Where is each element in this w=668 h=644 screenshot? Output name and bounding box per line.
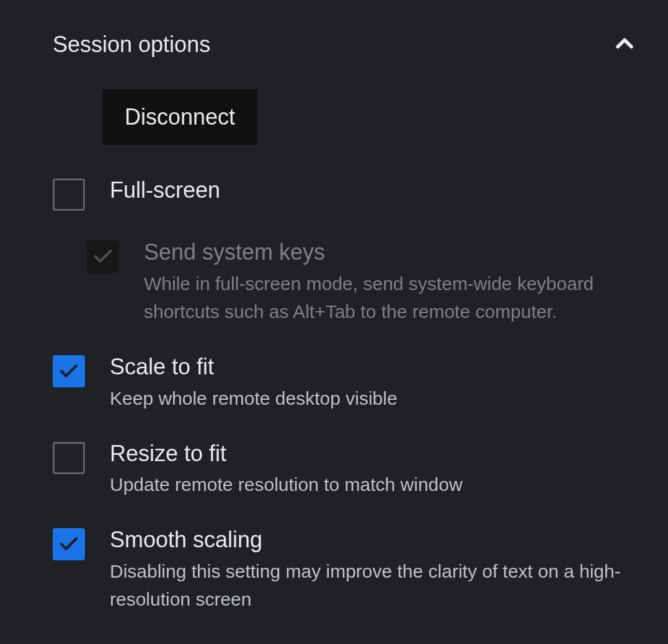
check-icon (58, 360, 80, 382)
send-system-keys-desc: While in full-screen mode, send system-w… (144, 270, 643, 325)
check-icon (92, 245, 114, 268)
resize-to-fit-content: Resize to fit Update remote resolution t… (110, 439, 643, 499)
scale-to-fit-title: Scale to fit (110, 353, 643, 382)
smooth-scaling-option: Smooth scaling Disabling this setting ma… (53, 526, 643, 613)
scale-to-fit-checkbox[interactable] (53, 355, 85, 387)
section-header: Session options (53, 25, 643, 64)
send-system-keys-content: Send system keys While in full-screen mo… (144, 238, 643, 325)
section-title: Session options (53, 32, 210, 58)
resize-to-fit-desc: Update remote resolution to match window (110, 470, 643, 498)
smooth-scaling-content: Smooth scaling Disabling this setting ma… (110, 526, 643, 613)
check-icon (58, 533, 80, 555)
fullscreen-checkbox[interactable] (53, 179, 85, 211)
smooth-scaling-checkbox[interactable] (53, 528, 85, 560)
smooth-scaling-title: Smooth scaling (110, 526, 643, 555)
resize-to-fit-title: Resize to fit (110, 439, 643, 469)
resize-to-fit-checkbox[interactable] (53, 442, 85, 474)
scale-to-fit-desc: Keep whole remote desktop visible (110, 384, 643, 412)
send-system-keys-option: Send system keys While in full-screen mo… (87, 238, 643, 325)
collapse-toggle[interactable] (606, 25, 643, 64)
resize-to-fit-option: Resize to fit Update remote resolution t… (53, 439, 643, 499)
scale-to-fit-option: Scale to fit Keep whole remote desktop v… (53, 353, 643, 412)
disconnect-button[interactable]: Disconnect (102, 89, 257, 145)
fullscreen-content: Full-screen (110, 176, 643, 205)
smooth-scaling-desc: Disabling this setting may improve the c… (110, 557, 643, 613)
scale-to-fit-content: Scale to fit Keep whole remote desktop v… (110, 353, 643, 412)
fullscreen-option: Full-screen (53, 176, 643, 211)
send-system-keys-checkbox (87, 240, 119, 273)
send-system-keys-title: Send system keys (144, 238, 643, 267)
chevron-up-icon (611, 30, 638, 57)
fullscreen-title: Full-screen (110, 176, 643, 205)
